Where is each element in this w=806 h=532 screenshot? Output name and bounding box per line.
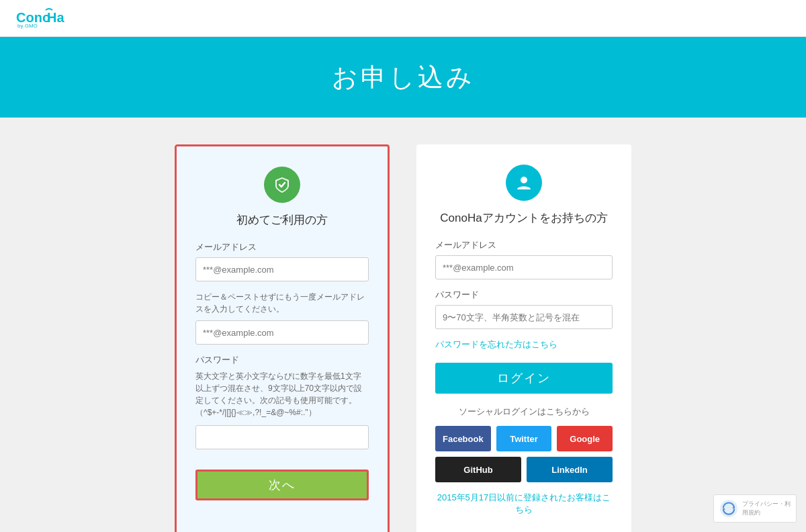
recaptcha-badge: プライバシー・利 用規約 xyxy=(713,494,797,523)
email-input[interactable] xyxy=(195,257,369,281)
recaptcha-text: プライバシー・利 用規約 xyxy=(742,500,791,517)
email-group: メールアドレス xyxy=(195,241,369,281)
forgot-password-link[interactable]: パスワードを忘れた方はこちら xyxy=(435,339,613,351)
github-button[interactable]: GitHub xyxy=(435,457,521,482)
existing-user-card: ConoHaアカウントをお持ちの方 メールアドレス パスワード パスワードを忘れ… xyxy=(416,144,631,532)
next-button[interactable]: 次へ xyxy=(195,470,369,500)
card-icon-area-right: ConoHaアカウントをお持ちの方 xyxy=(435,165,613,226)
hero-banner: お申し込み xyxy=(0,37,806,118)
right-email-group: メールアドレス xyxy=(435,239,613,279)
email-label: メールアドレス xyxy=(195,241,369,253)
linkedin-button[interactable]: LinkedIn xyxy=(527,457,613,482)
social-row-1: Facebook Twitter Google xyxy=(435,426,613,451)
logo: Cono Ha by GMO xyxy=(16,7,77,29)
svg-text:by GMO: by GMO xyxy=(17,23,38,29)
login-button[interactable]: ログイン xyxy=(435,363,613,394)
right-password-group: パスワード xyxy=(435,289,613,329)
password-hint: 英大文字と英小文字ならびに数字を最低1文字以上ずつ混在させ、9文字以上70文字以… xyxy=(195,370,369,418)
password-input[interactable] xyxy=(195,425,369,449)
email-confirm-input[interactable] xyxy=(195,320,369,345)
new-user-card: 初めてご利用の方 メールアドレス コピー＆ペーストせずにもう一度メールアドレスを… xyxy=(175,144,390,532)
right-password-label: パスワード xyxy=(435,289,613,301)
twitter-button[interactable]: Twitter xyxy=(496,426,552,451)
password-label: パスワード xyxy=(195,354,369,366)
password-group: パスワード 英大文字と英小文字ならびに数字を最低1文字以上ずつ混在させ、9文字以… xyxy=(195,354,369,449)
header: Cono Ha by GMO xyxy=(0,0,806,37)
right-email-label: メールアドレス xyxy=(435,239,613,251)
recaptcha-label: プライバシー・利 xyxy=(742,500,791,508)
right-email-input[interactable] xyxy=(435,255,613,279)
social-heading: ソーシャルログインはこちらから xyxy=(435,406,613,418)
google-button[interactable]: Google xyxy=(557,426,613,451)
email-confirm-group xyxy=(195,320,369,345)
person-icon xyxy=(514,173,533,192)
right-password-input[interactable] xyxy=(435,305,613,329)
new-user-heading: 初めてご利用の方 xyxy=(236,212,328,228)
main-content: 初めてご利用の方 メールアドレス コピー＆ペーストせずにもう一度メールアドレスを… xyxy=(0,118,806,532)
existing-user-heading: ConoHaアカウントをお持ちの方 xyxy=(440,210,607,226)
old-account-link[interactable]: 2015年5月17日以前に登録されたお客様はこちら xyxy=(435,492,613,516)
recaptcha-sublabel: 用規約 xyxy=(742,508,791,517)
shield-icon xyxy=(273,175,292,194)
recaptcha-icon xyxy=(719,499,738,518)
svg-point-3 xyxy=(521,177,527,183)
social-row-2: GitHub LinkedIn xyxy=(435,457,613,482)
new-user-icon-circle xyxy=(264,167,300,203)
existing-user-icon-circle xyxy=(506,165,542,201)
svg-text:Ha: Ha xyxy=(47,10,64,25)
logo-icon: Cono Ha by GMO xyxy=(16,7,77,29)
card-icon-area-left: 初めてご利用の方 xyxy=(195,167,369,228)
facebook-button[interactable]: Facebook xyxy=(435,426,491,451)
page-title: お申し込み xyxy=(332,60,475,95)
email-hint: コピー＆ペーストせずにもう一度メールアドレスを入力してください。 xyxy=(195,291,369,315)
